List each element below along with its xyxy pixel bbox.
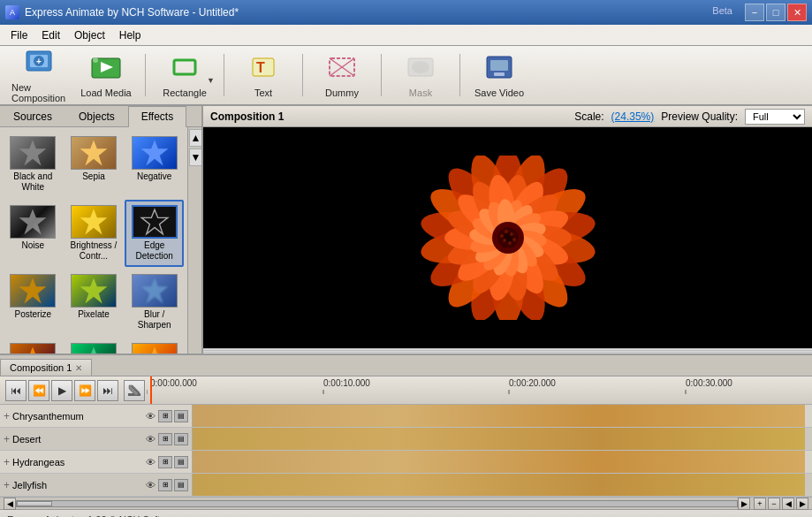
effect-noise[interactable]: Noise bbox=[4, 200, 63, 267]
menu-edit[interactable]: Edit bbox=[34, 27, 67, 44]
effect-brightness[interactable]: Brightness / Contr... bbox=[65, 200, 124, 267]
rectangle-wrapper: Rectangle ▼ bbox=[153, 49, 216, 101]
scale-value[interactable]: (24.35%) bbox=[611, 110, 655, 123]
effect-hue[interactable]: Hue bbox=[65, 338, 124, 354]
panel-scrollbar[interactable]: ▲ ▼ bbox=[187, 127, 201, 354]
track-desert-icon2[interactable]: ▤ bbox=[174, 433, 188, 445]
effect-temperature[interactable]: Temper... bbox=[125, 338, 184, 354]
scroll-left-arrow[interactable]: ◀ bbox=[4, 498, 16, 510]
transport-end[interactable]: ⏭ bbox=[97, 380, 118, 401]
timeline-edit-button[interactable] bbox=[124, 380, 145, 401]
effect-posterize[interactable]: Posterize bbox=[4, 269, 63, 336]
track-chrysanthemum-expand[interactable]: + bbox=[4, 410, 10, 422]
play-cursor[interactable] bbox=[150, 376, 152, 404]
menu-object[interactable]: Object bbox=[67, 27, 112, 44]
effect-sepia[interactable]: Sepia bbox=[65, 131, 124, 198]
track-hydrangeas-content[interactable] bbox=[193, 451, 805, 473]
scroll-minus-button[interactable]: − bbox=[768, 498, 780, 510]
track-chrysanthemum-name: Chrysanthemum bbox=[12, 411, 143, 422]
dummy-button[interactable]: Dummy bbox=[310, 49, 374, 101]
effect-bw[interactable]: Black and White bbox=[4, 131, 63, 198]
track-desert-content[interactable] bbox=[193, 428, 805, 450]
effect-blur[interactable]: Blur / Sharpen bbox=[125, 269, 184, 336]
load-media-button[interactable]: Load Media bbox=[74, 49, 138, 101]
close-button[interactable]: ✕ bbox=[787, 4, 807, 21]
track-jellyfish-expand[interactable]: + bbox=[4, 479, 10, 491]
track-chrysanthemum-icon1[interactable]: ⊞ bbox=[158, 410, 172, 422]
transport-play-pause[interactable]: ▶ bbox=[51, 380, 72, 401]
tab-sources[interactable]: Sources bbox=[0, 106, 65, 126]
composition-panel: Composition 1 Scale: (24.35%) Preview Qu… bbox=[203, 106, 812, 354]
rectangle-dropdown-arrow[interactable]: ▼ bbox=[207, 76, 215, 85]
track-hydrangeas-visibility[interactable]: 👁 bbox=[146, 457, 156, 468]
timeline-tab-close[interactable]: ✕ bbox=[75, 363, 82, 373]
transport-next-frame[interactable]: ⏩ bbox=[74, 380, 95, 401]
track-hydrangeas-expand[interactable]: + bbox=[4, 456, 10, 468]
svg-point-95 bbox=[505, 230, 508, 233]
timeline-tab-label: Composition 1 bbox=[10, 362, 72, 373]
track-row-chrysanthemum: + Chrysanthemum 👁 ⊞ ▤ bbox=[0, 405, 812, 428]
comp-resize-handle[interactable] bbox=[203, 348, 812, 354]
scroll-nav-right[interactable]: ▶ bbox=[796, 498, 808, 510]
dummy-icon bbox=[326, 53, 358, 86]
scroll-nav-left[interactable]: ◀ bbox=[782, 498, 794, 510]
track-chrysanthemum-content[interactable] bbox=[193, 405, 805, 427]
scroll-right-arrow[interactable]: ▶ bbox=[738, 498, 750, 510]
track-desert-icon1[interactable]: ⊞ bbox=[158, 433, 172, 445]
track-hydrangeas-icon2[interactable]: ▤ bbox=[174, 456, 188, 468]
effect-saturation[interactable]: Saturation bbox=[4, 338, 63, 354]
svg-point-93 bbox=[503, 239, 506, 242]
new-composition-button[interactable]: + New Composition bbox=[7, 49, 71, 101]
effect-blur-thumb bbox=[132, 274, 178, 308]
track-jellyfish-icons: ⊞ ▤ bbox=[158, 479, 188, 491]
track-desert-visibility[interactable]: 👁 bbox=[146, 434, 156, 445]
track-chrysanthemum-visibility[interactable]: 👁 bbox=[146, 411, 156, 422]
effect-noise-thumb bbox=[10, 205, 56, 239]
save-video-button[interactable]: Save Video bbox=[467, 49, 531, 101]
track-jellyfish-icon2[interactable]: ▤ bbox=[174, 479, 188, 491]
scroll-down-arrow[interactable]: ▼ bbox=[189, 148, 201, 166]
timeline-tab-composition1[interactable]: Composition 1 ✕ bbox=[0, 359, 92, 376]
transport-prev-frame[interactable]: ⏪ bbox=[28, 380, 49, 401]
svg-text:+: + bbox=[36, 57, 42, 66]
svg-marker-20 bbox=[140, 141, 168, 166]
maximize-button[interactable]: □ bbox=[766, 4, 785, 21]
effects-grid: Black and White Sepia Negative bbox=[0, 127, 187, 354]
ruler-container[interactable]: 0:00:00.000 0:00:10.000 0:00:20.000 0:00… bbox=[147, 376, 807, 404]
toolbar-separator-3 bbox=[302, 54, 303, 96]
effect-negative[interactable]: Negative bbox=[125, 131, 184, 198]
svg-marker-25 bbox=[19, 278, 47, 304]
effect-edge[interactable]: Edge Detection bbox=[125, 200, 184, 267]
scroll-thumb[interactable] bbox=[17, 501, 52, 506]
tab-objects[interactable]: Objects bbox=[65, 106, 128, 126]
quality-select[interactable]: Full Half Quarter bbox=[745, 109, 805, 125]
track-desert-expand[interactable]: + bbox=[4, 433, 10, 445]
status-bar: Express Animate v1.02 © NCH Software bbox=[0, 509, 812, 517]
track-jellyfish-content[interactable] bbox=[193, 474, 805, 496]
preview-quality-label: Preview Quality: bbox=[661, 110, 738, 123]
effect-pixelate-label: Pixelate bbox=[78, 309, 110, 320]
track-hydrangeas-icon1[interactable]: ⊞ bbox=[158, 456, 172, 468]
minimize-button[interactable]: − bbox=[745, 4, 764, 21]
transport-start[interactable]: ⏮ bbox=[5, 380, 27, 401]
effect-bw-thumb bbox=[10, 136, 56, 170]
text-button[interactable]: T Text bbox=[231, 49, 295, 101]
tab-effects[interactable]: Effects bbox=[128, 106, 186, 127]
rectangle-label: Rectangle bbox=[163, 87, 207, 98]
effect-pixelate[interactable]: Pixelate bbox=[65, 269, 124, 336]
menu-help[interactable]: Help bbox=[112, 27, 148, 44]
track-desert-name: Desert bbox=[12, 434, 143, 445]
scroll-track[interactable] bbox=[16, 500, 738, 507]
svg-marker-22 bbox=[80, 209, 108, 235]
track-jellyfish-icon1[interactable]: ⊞ bbox=[158, 479, 172, 491]
track-chrysanthemum-icon2[interactable]: ▤ bbox=[174, 410, 188, 422]
effect-blur-label: Blur / Sharpen bbox=[128, 309, 180, 331]
svg-marker-19 bbox=[80, 141, 108, 166]
track-jellyfish-visibility[interactable]: 👁 bbox=[146, 480, 156, 490]
scroll-plus-button[interactable]: + bbox=[754, 498, 766, 510]
timeline-scrollbar: ◀ ▶ + − ◀ ▶ bbox=[0, 497, 812, 509]
scroll-up-arrow[interactable]: ▲ bbox=[189, 129, 201, 147]
rectangle-button[interactable]: Rectangle bbox=[153, 49, 216, 101]
menu-file[interactable]: File bbox=[4, 27, 34, 44]
new-composition-icon: + bbox=[23, 48, 55, 80]
